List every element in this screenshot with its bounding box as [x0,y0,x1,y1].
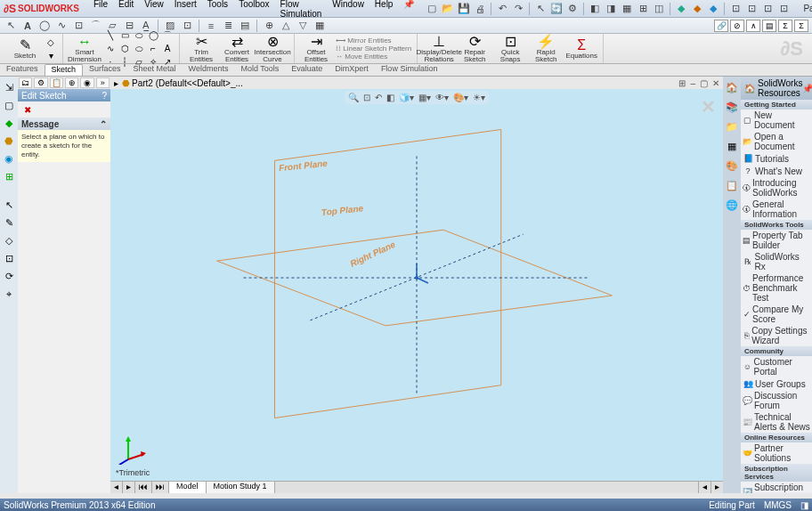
open-icon[interactable]: 📂 [441,2,455,16]
help-icon[interactable]: ? [102,91,107,101]
fm-dim-icon[interactable]: ⊕ [65,77,78,88]
file-explorer-icon[interactable]: 📁 [725,119,739,134]
task-item[interactable]: 📰Technical Alerts & News [741,411,812,433]
tab-flow-simulation[interactable]: Flow Simulation [375,64,444,76]
sketch-button[interactable]: ✎ Sketch [7,37,43,61]
options-icon[interactable]: ⚙ [565,2,580,16]
sigma-icon[interactable]: ⊘ [730,20,744,32]
layer-icon[interactable]: ≣ [221,19,235,33]
redo-icon[interactable]: ↷ [511,2,525,16]
balloon-icon[interactable]: ◯ [37,19,52,33]
tool-icon[interactable]: ◆ [690,2,704,16]
layer-icon[interactable]: ≡ [204,19,218,33]
menu-edit[interactable]: Edit [113,0,139,20]
tool-icon[interactable]: ⊞ [636,2,650,16]
fm-prop-icon[interactable]: ⚙ [34,77,47,88]
mirror-entities[interactable]: ⟷ Mirror Entities [336,36,411,45]
menu-help[interactable]: Help [369,0,399,20]
circle-icon[interactable]: ◯ [147,29,159,42]
tool-icon[interactable]: ⊞ [2,169,16,183]
tool-icon[interactable]: ⟳ [2,269,16,283]
window-split-icon[interactable]: ⊞ [678,78,686,88]
tool-icon[interactable]: ▦ [620,2,634,16]
arrow-icon[interactable]: ↖ [4,19,18,33]
surface-icon[interactable]: ∿ [54,19,69,33]
task-item[interactable]: 📂Open a Document [741,131,812,152]
menu-tools[interactable]: Tools [202,0,233,20]
menu-window[interactable]: Window [327,0,369,20]
close-icon[interactable]: ✕ [712,78,719,88]
tab-sheet-metal[interactable]: Sheet Metal [127,64,183,76]
menu-view[interactable]: View [139,0,169,20]
fm-overflow-icon[interactable]: » [96,77,110,88]
ellipse-icon[interactable]: ⬭ [133,43,145,55]
task-item[interactable]: ☺Customer Portal [741,356,812,377]
polygon-icon[interactable]: ⬡ [118,43,131,55]
cancel-icon[interactable]: ✖ [21,103,34,116]
tool-icon[interactable]: ⊡ [728,2,743,16]
pushpin-icon[interactable]: 📌 [802,84,812,93]
trim-entities-button[interactable]: ✂ TrimEntities [183,34,219,64]
select-icon[interactable]: ↖ [533,2,548,16]
task-item[interactable]: ℞SolidWorks Rx [741,251,812,272]
tool-icon[interactable]: ◇ [2,233,16,247]
scroll-left-icon[interactable]: ◂ [698,482,710,493]
linear-pattern[interactable]: ⁞⁞ Linear Sketch Pattern [336,45,411,53]
tool-icon[interactable]: ▤ [762,20,776,32]
tab-weldments[interactable]: Weldments [183,64,235,76]
rect-icon[interactable]: ▭ [118,29,131,42]
bottom-tab-nav[interactable]: ⏮ [135,482,152,493]
fm-config-icon[interactable]: 📋 [50,77,63,88]
tool-icon[interactable]: ⊡ [71,19,85,33]
sigma-icon[interactable]: Σ [778,20,792,32]
spline-icon[interactable]: ∿ [104,43,117,55]
revision-icon[interactable]: △ [279,19,293,33]
bottom-tab-nav[interactable]: ◂ [110,482,123,493]
center-icon[interactable]: ⊕ [262,19,276,33]
menu-file[interactable]: File [88,0,113,20]
tab-dimxpert[interactable]: DimXpert [329,64,375,76]
appearances-icon[interactable]: 🎨 [725,158,739,173]
print-icon[interactable]: 🖨 [473,2,487,16]
intersection-curve-button[interactable]: ⊗ IntersectionCurve [255,34,290,64]
linked-icon[interactable]: 🔗 [714,20,728,32]
move-entities[interactable]: ↔ Move Entities [336,53,411,61]
task-item[interactable]: ▢New Document [741,110,812,131]
online-icon[interactable]: 🌐 [725,198,739,212]
tab-features[interactable]: Features [0,64,45,76]
tool-icon[interactable]: ⬣ [2,134,16,148]
bottom-tab-nav[interactable]: ▸ [123,482,135,493]
task-item[interactable]: 🔄Subscription Services [741,482,812,493]
undo-icon[interactable]: ↶ [495,2,509,16]
3dsketch-icon[interactable]: ◇ [45,36,57,48]
equations-button[interactable]: Σ Equations [564,37,599,61]
bottom-tab-nav[interactable]: ⏭ [152,482,169,493]
tab-motion-study[interactable]: Motion Study 1 [207,482,275,493]
convert-entities-button[interactable]: ⇄ ConvertEntities [219,34,255,64]
custom-props-icon[interactable]: 📋 [725,178,739,192]
tool-icon[interactable]: ◆ [674,2,688,16]
tab-model[interactable]: Model [169,482,207,493]
task-item[interactable]: ✓Compare My Score [741,304,812,325]
tool-icon[interactable]: ▢ [2,98,16,112]
flyout-expand-icon[interactable]: ▸ [114,78,122,88]
task-item[interactable]: ⎘Copy Settings Wizard [741,325,812,346]
slot-icon[interactable]: ⬭ [133,29,145,42]
rapid-sketch-button[interactable]: ⚡ RapidSketch [528,34,564,64]
revision-icon[interactable]: ▽ [296,19,310,33]
design-library-icon[interactable]: 📚 [725,100,739,114]
collapse-icon[interactable]: ⌃ [100,119,107,129]
task-item[interactable]: 🤝Partner Solutions [741,442,812,464]
tool-icon[interactable]: ◫ [652,2,666,16]
status-custom-icon[interactable]: ◨ [800,500,808,510]
text-icon[interactable]: A [161,43,174,55]
tool-icon[interactable]: ⊡ [776,2,791,16]
menu-insert[interactable]: Insert [169,0,202,20]
front-plane-edge[interactable] [274,130,500,418]
tool-icon[interactable]: ∧ [746,20,760,32]
task-item[interactable]: ?What's New [741,165,812,177]
tool-icon[interactable]: ⊡ [180,19,194,33]
resources-icon[interactable]: 🏠 [725,80,739,94]
view-palette-icon[interactable]: ▦ [725,139,739,153]
graphics-area[interactable]: 🔍 ⊡ ↶ ◧ 🧊▾ ▦▾ 👁▾ 🎨▾ ☀▾ ✕ Front Plane Top… [110,89,723,481]
